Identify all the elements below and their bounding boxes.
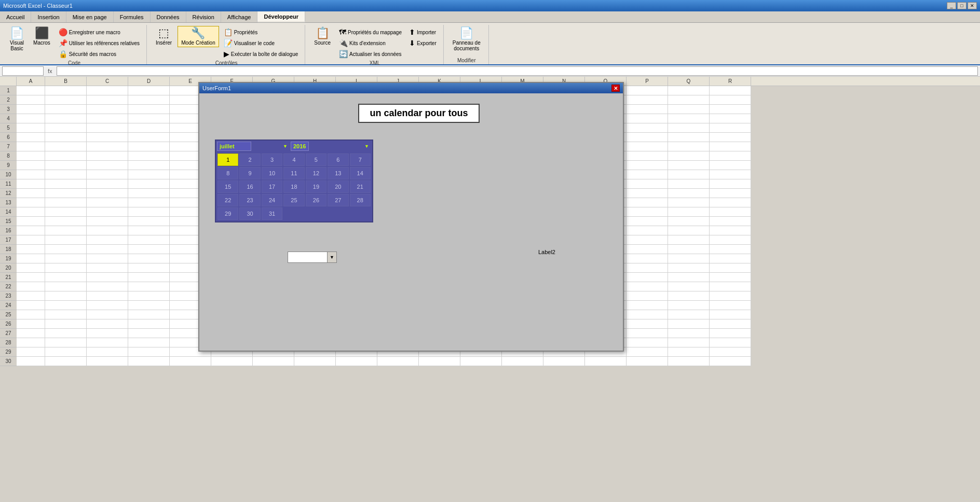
cell-A9[interactable] [17,161,45,170]
cell-B18[interactable] [45,245,87,254]
cell-R18[interactable] [710,245,751,254]
cell-A30[interactable] [17,357,45,366]
cell-P27[interactable] [627,329,668,338]
cell-A2[interactable] [17,95,45,105]
cell-A6[interactable] [17,133,45,142]
cell-A4[interactable] [17,114,45,123]
cell-P10[interactable] [627,170,668,179]
cell-D27[interactable] [128,329,170,338]
cell-C19[interactable] [87,254,128,263]
cell-D29[interactable] [128,347,170,357]
cell-R13[interactable] [710,198,751,207]
cell-D28[interactable] [128,338,170,347]
tab-affichage[interactable]: Affichage [221,11,258,22]
visual-basic-button[interactable]: 📄 VisualBasic [6,26,28,53]
cell-C28[interactable] [87,338,128,347]
cell-B28[interactable] [45,338,87,347]
cell-A20[interactable] [17,263,45,273]
cell-B13[interactable] [45,198,87,207]
cell-Q13[interactable] [668,198,710,207]
cal-day-8[interactable]: 8 [217,167,238,179]
cell-B20[interactable] [45,263,87,273]
cell-P23[interactable] [627,291,668,301]
cell-P8[interactable] [627,151,668,161]
cal-day-7[interactable]: 7 [350,154,371,166]
cell-C26[interactable] [87,319,128,329]
month-select[interactable]: janvierfévriermars avrilmaijuin juilleta… [217,142,251,151]
cell-P12[interactable] [627,189,668,198]
cell-A24[interactable] [17,301,45,310]
cell-Q30[interactable] [668,357,710,366]
cell-Q12[interactable] [668,189,710,198]
cell-R24[interactable] [710,301,751,310]
cell-R29[interactable] [710,347,751,357]
cell-B5[interactable] [45,123,87,133]
cal-day-14[interactable]: 14 [350,167,371,179]
cell-Q20[interactable] [668,263,710,273]
tab-mise-en-page[interactable]: Mise en page [66,11,114,22]
tab-donnees[interactable]: Données [151,11,186,22]
cell-R15[interactable] [710,217,751,226]
cell-C7[interactable] [87,142,128,151]
cal-day-3[interactable]: 3 [262,154,282,166]
cell-C18[interactable] [87,245,128,254]
cell-A25[interactable] [17,310,45,319]
actualiser-button[interactable]: 🔄 Actualiser les données [336,49,404,59]
cell-P9[interactable] [627,161,668,170]
cell-D20[interactable] [128,263,170,273]
cell-P24[interactable] [627,301,668,310]
cell-B26[interactable] [45,319,87,329]
combo-box-arrow[interactable]: ▼ [327,252,336,262]
cal-day-31[interactable]: 31 [262,207,282,220]
cell-A18[interactable] [17,245,45,254]
cell-Q27[interactable] [668,329,710,338]
name-box[interactable] [2,66,44,76]
cell-D6[interactable] [128,133,170,142]
cell-D30[interactable] [128,357,170,366]
cell-C22[interactable] [87,282,128,291]
cell-A15[interactable] [17,217,45,226]
cell-Q28[interactable] [668,338,710,347]
cell-Q21[interactable] [668,273,710,282]
cell-J30[interactable] [377,357,419,366]
kits-extension-button[interactable]: 🔌 Kits d'extension [336,38,404,48]
tab-formules[interactable]: Formules [114,11,151,22]
cell-A23[interactable] [17,291,45,301]
cell-Q10[interactable] [668,170,710,179]
cell-Q2[interactable] [668,95,710,105]
cell-P28[interactable] [627,338,668,347]
cell-D13[interactable] [128,198,170,207]
cell-P2[interactable] [627,95,668,105]
cell-A3[interactable] [17,105,45,114]
cell-A16[interactable] [17,226,45,235]
cell-P20[interactable] [627,263,668,273]
cell-D24[interactable] [128,301,170,310]
cell-P3[interactable] [627,105,668,114]
cell-C5[interactable] [87,123,128,133]
cell-D2[interactable] [128,95,170,105]
cell-B9[interactable] [45,161,87,170]
cell-D11[interactable] [128,179,170,189]
cell-D7[interactable] [128,142,170,151]
cell-P21[interactable] [627,273,668,282]
cell-D9[interactable] [128,161,170,170]
cell-P4[interactable] [627,114,668,123]
cell-C16[interactable] [87,226,128,235]
cell-R12[interactable] [710,189,751,198]
enregistrer-macro-button[interactable]: 🔴 Enregistrer une macro [56,27,142,37]
cell-C25[interactable] [87,310,128,319]
cell-D1[interactable] [128,86,170,95]
cell-P14[interactable] [627,207,668,217]
cell-A13[interactable] [17,198,45,207]
formula-input[interactable] [57,66,978,76]
cell-I30[interactable] [336,357,377,366]
cell-A5[interactable] [17,123,45,133]
cell-R10[interactable] [710,170,751,179]
cell-C2[interactable] [87,95,128,105]
cell-C24[interactable] [87,301,128,310]
cell-D12[interactable] [128,189,170,198]
cell-R17[interactable] [710,235,751,245]
cal-day-21[interactable]: 21 [350,180,371,193]
cell-B24[interactable] [45,301,87,310]
cal-day-2[interactable]: 2 [239,154,260,166]
